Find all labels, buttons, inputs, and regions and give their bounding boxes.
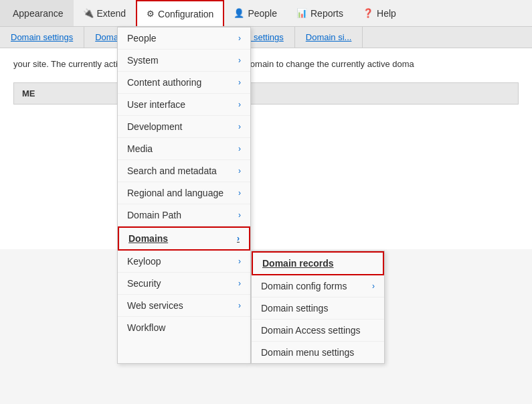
dropdown-label-people: People xyxy=(127,33,157,44)
extend-icon: 🔌 xyxy=(83,8,94,18)
tab-label-domain-settings: Domain settings xyxy=(11,32,73,42)
dropdown-menu: People › System › Content authoring › Us… xyxy=(117,27,251,249)
dropdown-label-development: Development xyxy=(127,121,183,132)
nav-label-appearance: Appearance xyxy=(13,8,64,19)
nav-item-appearance[interactable]: Appearance xyxy=(0,0,74,26)
nav-label-extend: Extend xyxy=(97,8,126,19)
configuration-dropdown: People › System › Content authoring › Us… xyxy=(117,27,385,249)
nav-label-people: People xyxy=(248,8,277,19)
configuration-icon: ⚙ xyxy=(147,9,155,19)
chevron-icon: › xyxy=(238,56,241,65)
top-nav: Appearance 🔌 Extend ⚙ Configuration 👤 Pe… xyxy=(0,0,532,27)
dropdown-label-content-authoring: Content authoring xyxy=(127,77,201,88)
nav-item-extend[interactable]: 🔌 Extend xyxy=(74,0,137,26)
help-icon: ❓ xyxy=(363,8,373,18)
nav-label-reports: Reports xyxy=(311,8,343,19)
dropdown-label-system: System xyxy=(127,55,159,66)
nav-label-configuration: Configuration xyxy=(158,9,213,19)
dropdown-label-media: Media xyxy=(127,143,153,154)
chevron-icon: › xyxy=(238,33,241,43)
chevron-icon-domains: › xyxy=(237,234,240,243)
dropdown-label-domains: Domains xyxy=(128,233,168,244)
chevron-icon: › xyxy=(238,78,241,87)
dropdown-item-domains[interactable]: Domains › xyxy=(118,226,250,249)
dropdown-label-user-interface: User interface xyxy=(127,99,185,110)
dropdown-item-content-authoring[interactable]: Content authoring › xyxy=(118,72,250,94)
dropdown-item-search-metadata[interactable]: Search and metadata › xyxy=(118,160,250,182)
dropdown-item-regional-language[interactable]: Regional and language › xyxy=(118,182,250,204)
dropdown-label-regional-language: Regional and language xyxy=(127,188,224,198)
dropdown-item-people[interactable]: People › xyxy=(118,27,250,50)
tab-domain-settings[interactable]: Domain settings xyxy=(0,27,84,48)
nav-item-reports[interactable]: 📊 Reports xyxy=(287,0,353,26)
dropdown-label-domain-path: Domain Path xyxy=(127,210,181,220)
dropdown-item-user-interface[interactable]: User interface › xyxy=(118,94,250,116)
chevron-icon: › xyxy=(238,210,241,220)
nav-item-configuration[interactable]: ⚙ Configuration xyxy=(136,0,224,26)
dropdown-item-media[interactable]: Media › xyxy=(118,138,250,160)
dropdown-item-domain-path[interactable]: Domain Path › xyxy=(118,204,250,226)
reports-icon: 📊 xyxy=(296,8,307,18)
chevron-icon: › xyxy=(238,188,241,198)
nav-item-people[interactable]: 👤 People xyxy=(224,0,287,26)
dropdown-item-system[interactable]: System › xyxy=(118,50,250,72)
chevron-icon: › xyxy=(238,100,241,109)
chevron-icon: › xyxy=(238,122,241,131)
nav-label-help: Help xyxy=(377,8,396,19)
chevron-icon: › xyxy=(238,166,241,176)
dropdown-item-development[interactable]: Development › xyxy=(118,116,250,138)
people-nav-icon: 👤 xyxy=(234,8,244,18)
dropdown-label-search-metadata: Search and metadata xyxy=(127,165,217,176)
nav-item-help[interactable]: ❓ Help xyxy=(353,0,406,26)
chevron-icon: › xyxy=(238,144,241,153)
